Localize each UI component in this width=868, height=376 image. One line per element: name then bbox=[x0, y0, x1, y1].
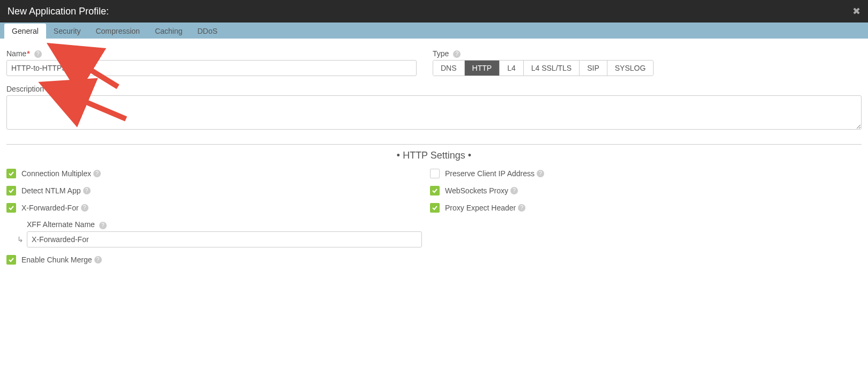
name-input[interactable] bbox=[6, 60, 417, 76]
checkbox-row: Connection Multiplex? bbox=[6, 169, 430, 178]
checkbox[interactable] bbox=[6, 186, 16, 195]
checkbox-label: Preserve Client IP Address bbox=[445, 169, 535, 178]
help-icon[interactable]: ? bbox=[537, 170, 544, 177]
checkbox-label: Connection Multiplex bbox=[21, 169, 91, 178]
checkbox-row: Enable Chunk Merge? bbox=[6, 255, 430, 265]
tab-general[interactable]: General bbox=[4, 24, 46, 39]
description-input[interactable] bbox=[6, 95, 862, 130]
help-icon[interactable]: ? bbox=[518, 204, 525, 212]
checkbox-row: X-Forwarded-For? bbox=[6, 203, 430, 213]
checkbox-row: Proxy Expect Header? bbox=[430, 203, 862, 213]
checkbox-row: WebSockets Proxy? bbox=[430, 186, 862, 195]
type-option-syslog[interactable]: SYSLOG bbox=[607, 61, 654, 76]
divider bbox=[6, 144, 862, 145]
type-label-text: Type bbox=[433, 49, 449, 58]
checkbox-row: Detect NTLM App? bbox=[6, 186, 430, 195]
settings-left-column: Connection Multiplex?Detect NTLM App?X-F… bbox=[6, 169, 430, 272]
name-label: Name* ? bbox=[6, 49, 42, 58]
type-option-l4ssltls[interactable]: L4 SSL/TLS bbox=[524, 61, 580, 76]
help-icon[interactable]: ? bbox=[81, 204, 88, 212]
type-label: Type ? bbox=[433, 49, 461, 58]
help-icon[interactable]: ? bbox=[99, 222, 107, 229]
type-option-dns[interactable]: DNS bbox=[433, 61, 465, 76]
content-area: Name* ? Type ? DNSHTTPL4L4 SSL/TLSSIPSYS… bbox=[0, 39, 868, 279]
checkbox-label: Proxy Expect Header bbox=[445, 204, 516, 212]
xff-alt-input[interactable] bbox=[27, 231, 422, 247]
type-option-sip[interactable]: SIP bbox=[580, 61, 607, 76]
checkbox[interactable] bbox=[6, 203, 16, 213]
tab-caching[interactable]: Caching bbox=[147, 24, 190, 39]
name-label-text: Name bbox=[6, 49, 26, 58]
checkbox[interactable] bbox=[6, 169, 16, 178]
checkbox-label: Detect NTLM App bbox=[21, 186, 81, 195]
section-title: • HTTP Settings • bbox=[6, 150, 862, 161]
help-icon[interactable]: ? bbox=[34, 50, 42, 58]
checkbox[interactable] bbox=[430, 169, 440, 178]
close-icon[interactable]: ✖ bbox=[852, 5, 860, 17]
tab-security[interactable]: Security bbox=[46, 24, 88, 39]
modal-title: New Application Profile: bbox=[8, 6, 109, 17]
settings-right-column: Preserve Client IP Address?WebSockets Pr… bbox=[430, 169, 862, 272]
xff-alt-label-text: XFF Alternate Name bbox=[27, 220, 95, 229]
modal-header: New Application Profile: ✖ bbox=[0, 0, 868, 22]
tab-compression[interactable]: Compression bbox=[88, 24, 147, 39]
checkbox-row: Preserve Client IP Address? bbox=[430, 169, 862, 178]
checkbox[interactable] bbox=[430, 186, 440, 195]
description-label: Description bbox=[6, 85, 44, 93]
xff-sub-field: ↳ XFF Alternate Name ? bbox=[17, 220, 430, 247]
help-icon[interactable]: ? bbox=[453, 50, 461, 58]
corner-arrow-icon: ↳ bbox=[17, 235, 24, 244]
tabs-bar: GeneralSecurityCompressionCachingDDoS bbox=[0, 22, 868, 39]
checkbox[interactable] bbox=[6, 255, 16, 265]
type-option-l4[interactable]: L4 bbox=[500, 61, 524, 76]
xff-alt-label: XFF Alternate Name ? bbox=[27, 220, 107, 229]
type-option-http[interactable]: HTTP bbox=[465, 61, 500, 76]
help-icon[interactable]: ? bbox=[93, 170, 101, 177]
tab-ddos[interactable]: DDoS bbox=[190, 24, 225, 39]
help-icon[interactable]: ? bbox=[83, 187, 91, 194]
type-button-group: DNSHTTPL4L4 SSL/TLSSIPSYSLOG bbox=[433, 60, 654, 76]
checkbox-label: WebSockets Proxy bbox=[445, 186, 508, 195]
help-icon[interactable]: ? bbox=[510, 187, 518, 194]
checkbox-label: X-Forwarded-For bbox=[21, 204, 79, 212]
required-star: * bbox=[27, 49, 29, 58]
checkbox-label: Enable Chunk Merge bbox=[21, 255, 92, 264]
help-icon[interactable]: ? bbox=[94, 256, 102, 264]
checkbox[interactable] bbox=[430, 203, 440, 213]
